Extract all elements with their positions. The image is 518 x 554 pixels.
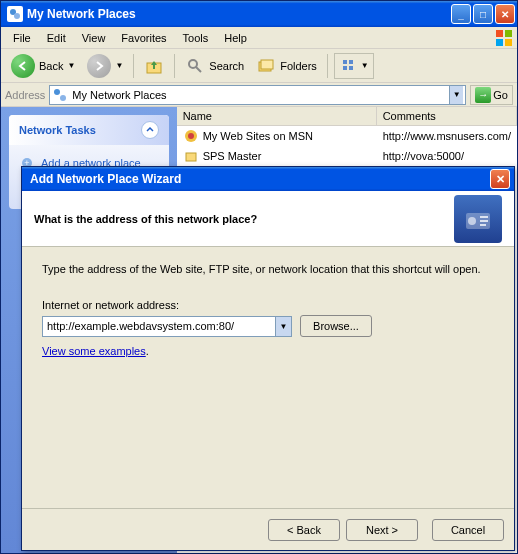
titlebar: My Network Places _ □ ✕ bbox=[1, 1, 517, 27]
toolbar-separator bbox=[133, 54, 134, 78]
main-window: My Network Places _ □ ✕ File Edit View F… bbox=[0, 0, 518, 554]
addressbar: Address My Network Places ▼ → Go bbox=[1, 83, 517, 107]
back-button[interactable]: < Back bbox=[268, 519, 340, 541]
item-name: SPS Master bbox=[203, 150, 262, 162]
svg-rect-22 bbox=[186, 153, 196, 161]
svg-line-8 bbox=[196, 67, 201, 72]
views-button[interactable]: ▼ bbox=[334, 53, 374, 79]
address-label: Address bbox=[5, 89, 45, 101]
wizard-header: What is the address of this network plac… bbox=[22, 191, 514, 247]
column-comments[interactable]: Comments bbox=[377, 107, 517, 125]
menu-favorites[interactable]: Favorites bbox=[113, 30, 174, 46]
svg-point-21 bbox=[188, 133, 194, 139]
toolbar-separator bbox=[174, 54, 175, 78]
svg-rect-3 bbox=[505, 30, 512, 37]
item-name: My Web Sites on MSN bbox=[203, 130, 313, 142]
svg-point-15 bbox=[54, 89, 60, 95]
up-button[interactable] bbox=[140, 54, 168, 78]
app-icon bbox=[7, 6, 23, 22]
back-dropdown-arrow-icon[interactable]: ▼ bbox=[67, 61, 75, 70]
svg-rect-13 bbox=[343, 66, 347, 70]
menu-tools[interactable]: Tools bbox=[175, 30, 217, 46]
folder-up-icon bbox=[144, 56, 164, 76]
svg-rect-11 bbox=[343, 60, 347, 64]
search-button[interactable]: Search bbox=[181, 54, 248, 78]
next-button[interactable]: Next > bbox=[346, 519, 418, 541]
toolbar: Back ▼ ▼ Search Folders bbox=[1, 49, 517, 83]
views-icon bbox=[339, 56, 359, 76]
menu-file[interactable]: File bbox=[5, 30, 39, 46]
svg-rect-2 bbox=[496, 30, 503, 37]
svg-point-1 bbox=[14, 13, 20, 19]
address-input[interactable] bbox=[43, 320, 275, 332]
go-arrow-icon: → bbox=[475, 87, 491, 103]
menu-view[interactable]: View bbox=[74, 30, 114, 46]
address-dropdown-arrow-icon[interactable]: ▼ bbox=[275, 317, 291, 336]
column-name[interactable]: Name bbox=[177, 107, 377, 125]
item-comments: http://vova:5000/ bbox=[383, 150, 464, 162]
svg-point-7 bbox=[189, 60, 197, 68]
cancel-button[interactable]: Cancel bbox=[432, 519, 504, 541]
network-place-icon bbox=[454, 195, 502, 243]
web-site-icon bbox=[183, 128, 199, 144]
wizard-instruction: Type the address of the Web site, FTP si… bbox=[42, 263, 494, 275]
list-item[interactable]: My Web Sites on MSN http://www.msnusers.… bbox=[177, 126, 517, 146]
toolbar-separator bbox=[327, 54, 328, 78]
listview-header: Name Comments bbox=[177, 107, 517, 126]
svg-rect-12 bbox=[349, 60, 353, 64]
network-folder-icon bbox=[183, 148, 199, 164]
browse-button[interactable]: Browse... bbox=[300, 315, 372, 337]
search-label: Search bbox=[209, 60, 244, 72]
wizard-close-button[interactable]: ✕ bbox=[490, 169, 510, 189]
svg-rect-4 bbox=[496, 39, 503, 46]
list-item[interactable]: SPS Master http://vova:5000/ bbox=[177, 146, 517, 166]
network-tasks-header[interactable]: Network Tasks bbox=[9, 115, 169, 145]
maximize-button[interactable]: □ bbox=[473, 4, 493, 24]
windows-flag-icon bbox=[495, 29, 513, 47]
svg-point-25 bbox=[468, 217, 476, 225]
back-button[interactable]: Back ▼ bbox=[7, 52, 79, 80]
add-network-place-wizard: Add Network Place Wizard ✕ What is the a… bbox=[21, 166, 515, 551]
menu-help[interactable]: Help bbox=[216, 30, 255, 46]
wizard-titlebar: Add Network Place Wizard ✕ bbox=[22, 167, 514, 191]
minimize-button[interactable]: _ bbox=[451, 4, 471, 24]
address-combo[interactable]: My Network Places ▼ bbox=[49, 85, 466, 105]
svg-rect-10 bbox=[261, 60, 273, 69]
folders-button[interactable]: Folders bbox=[252, 54, 321, 78]
address-value: My Network Places bbox=[72, 89, 449, 101]
back-arrow-icon bbox=[11, 54, 35, 78]
wizard-body: Type the address of the Web site, FTP si… bbox=[22, 247, 514, 508]
folders-label: Folders bbox=[280, 60, 317, 72]
search-icon bbox=[185, 56, 205, 76]
forward-button[interactable]: ▼ bbox=[83, 52, 127, 80]
back-label: Back bbox=[39, 60, 63, 72]
window-title: My Network Places bbox=[27, 7, 451, 21]
view-examples-link[interactable]: View some examples bbox=[42, 345, 146, 357]
wizard-heading: What is the address of this network plac… bbox=[34, 213, 454, 225]
svg-point-16 bbox=[60, 95, 66, 101]
network-tasks-title: Network Tasks bbox=[19, 124, 96, 136]
svg-rect-14 bbox=[349, 66, 353, 70]
forward-arrow-icon bbox=[87, 54, 111, 78]
svg-rect-5 bbox=[505, 39, 512, 46]
address-input-label: Internet or network address: bbox=[42, 299, 494, 311]
go-label: Go bbox=[493, 89, 508, 101]
forward-dropdown-arrow-icon[interactable]: ▼ bbox=[115, 61, 123, 70]
address-dropdown-arrow-icon[interactable]: ▼ bbox=[449, 86, 463, 104]
collapse-icon[interactable] bbox=[141, 121, 159, 139]
close-button[interactable]: ✕ bbox=[495, 4, 515, 24]
views-dropdown-arrow-icon: ▼ bbox=[361, 61, 369, 70]
item-comments: http://www.msnusers.com/ bbox=[383, 130, 511, 142]
menu-edit[interactable]: Edit bbox=[39, 30, 74, 46]
wizard-footer: < Back Next > Cancel bbox=[22, 508, 514, 550]
go-button[interactable]: → Go bbox=[470, 85, 513, 105]
wizard-title: Add Network Place Wizard bbox=[30, 172, 490, 186]
address-combo[interactable]: ▼ bbox=[42, 316, 292, 337]
folders-icon bbox=[256, 56, 276, 76]
menubar: File Edit View Favorites Tools Help bbox=[1, 27, 517, 49]
network-places-icon bbox=[52, 87, 68, 103]
